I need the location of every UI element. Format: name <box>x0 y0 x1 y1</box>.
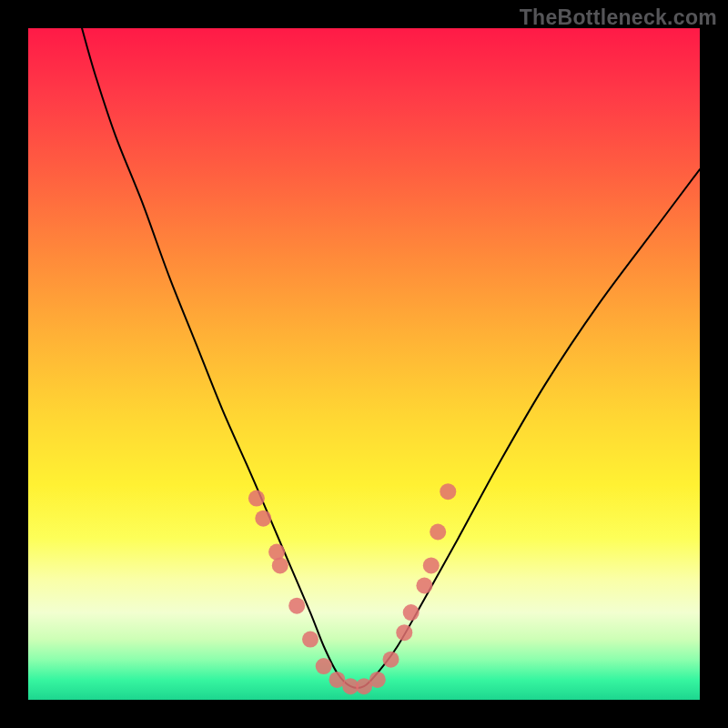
curve-marker <box>396 624 412 641</box>
curve-marker <box>430 524 446 541</box>
bottleneck-curve <box>82 28 700 688</box>
highlighted-points <box>248 483 456 694</box>
curve-marker <box>383 652 399 668</box>
bottleneck-curve-path <box>82 28 700 688</box>
curve-marker <box>288 598 305 614</box>
curve-marker <box>416 578 432 594</box>
watermark-text: TheBottleneck.com <box>520 5 717 30</box>
curve-marker <box>423 557 440 573</box>
curve-marker <box>255 511 271 527</box>
curve-marker <box>403 604 420 621</box>
curve-marker <box>369 672 386 688</box>
curve-marker <box>316 658 332 674</box>
curve-marker <box>440 483 456 500</box>
curve-layer <box>28 28 700 700</box>
curve-marker <box>248 490 265 507</box>
curve-marker <box>302 632 318 648</box>
plot-area <box>28 28 700 700</box>
chart-frame: TheBottleneck.com <box>0 0 728 728</box>
curve-marker <box>272 557 288 573</box>
